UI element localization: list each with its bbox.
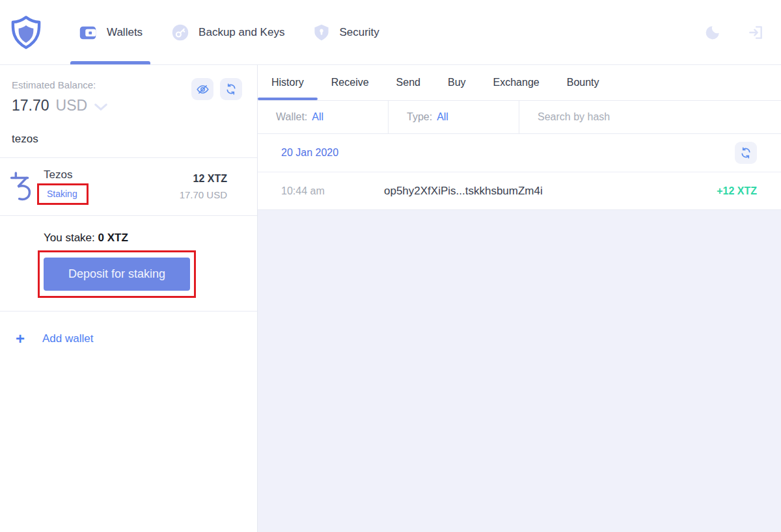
refresh-icon bbox=[225, 83, 238, 96]
tezos-logo-icon bbox=[9, 172, 33, 202]
nav-item-security[interactable]: Security bbox=[305, 0, 387, 64]
staking-link[interactable]: Staking bbox=[47, 189, 77, 199]
content-area: Estimated Balance: 17.70 USD bbox=[0, 65, 781, 532]
history-date-header: 20 Jan 2020 bbox=[258, 134, 781, 172]
transaction-time: 10:44 am bbox=[281, 185, 384, 197]
tab-receive[interactable]: Receive bbox=[318, 65, 383, 100]
you-stake-label: You stake: bbox=[44, 232, 95, 244]
tab-exchange[interactable]: Exchange bbox=[480, 65, 553, 100]
staking-section: You stake: 0 XTZ Deposit for staking bbox=[0, 216, 257, 312]
wallet-search-input[interactable] bbox=[12, 133, 245, 146]
wallet-icon bbox=[78, 23, 98, 42]
main-tabs: History Receive Send Buy Exchange Bounty bbox=[258, 65, 781, 101]
wallet-search-section bbox=[0, 126, 257, 158]
eye-off-icon bbox=[196, 83, 210, 96]
annotation-box-deposit: Deposit for staking bbox=[38, 250, 196, 298]
nav-item-wallets[interactable]: Wallets bbox=[70, 0, 150, 64]
active-tab-underline bbox=[258, 98, 318, 100]
balance-currency[interactable]: USD bbox=[56, 97, 88, 114]
balance-section: Estimated Balance: 17.70 USD bbox=[0, 65, 257, 126]
refresh-history-button[interactable] bbox=[735, 142, 757, 164]
transaction-date: 20 Jan 2020 bbox=[281, 147, 338, 159]
refresh-balance-button[interactable] bbox=[220, 78, 242, 100]
type-filter-value: All bbox=[437, 111, 448, 123]
nav-label-backup-keys: Backup and Keys bbox=[199, 26, 284, 39]
shield-lock-icon bbox=[313, 23, 330, 42]
refresh-icon bbox=[739, 146, 752, 159]
transaction-amount: +12 XTZ bbox=[717, 185, 757, 197]
wallet-list-item-tezos[interactable]: Tezos Staking 12 XTZ 17.70 USD bbox=[0, 158, 257, 216]
wallet-fiat-amount: 17.70 USD bbox=[180, 189, 227, 200]
tab-buy[interactable]: Buy bbox=[434, 65, 480, 100]
header-actions bbox=[704, 24, 764, 41]
wallet-crypto-amount: 12 XTZ bbox=[180, 173, 227, 185]
add-wallet-button[interactable]: + Add wallet bbox=[0, 312, 257, 345]
app-logo-shield-icon bbox=[8, 13, 44, 52]
annotation-box-staking: Staking bbox=[37, 183, 89, 205]
nav-item-backup-keys[interactable]: Backup and Keys bbox=[163, 0, 292, 64]
hide-balance-button[interactable] bbox=[191, 78, 213, 100]
main-panel: History Receive Send Buy Exchange Bounty bbox=[258, 65, 781, 532]
dark-mode-moon-icon[interactable] bbox=[704, 24, 721, 41]
balance-amount: 17.70 bbox=[12, 97, 49, 114]
you-stake-value: 0 XTZ bbox=[98, 232, 128, 244]
history-empty-area bbox=[258, 210, 781, 532]
search-by-hash-input[interactable] bbox=[538, 111, 757, 123]
active-tab-underline bbox=[70, 61, 150, 64]
add-wallet-label: Add wallet bbox=[42, 332, 93, 345]
nav-label-security: Security bbox=[339, 26, 379, 39]
wallet-filter-dropdown[interactable]: Wallet: All bbox=[258, 101, 389, 133]
wallet-sidebar: Estimated Balance: 17.70 USD bbox=[0, 65, 258, 532]
transaction-row[interactable]: 10:44 am op5hy2XfXiPis...tskkhsbumZm4i +… bbox=[258, 172, 781, 210]
wallet-filter-value: All bbox=[312, 111, 323, 123]
plus-icon: + bbox=[16, 332, 25, 345]
deposit-for-staking-button[interactable]: Deposit for staking bbox=[44, 258, 190, 291]
app-header: Wallets Backup and Keys Security bbox=[0, 0, 781, 65]
logout-icon[interactable] bbox=[747, 24, 764, 41]
type-filter-label: Type: bbox=[407, 111, 432, 123]
key-icon bbox=[171, 23, 189, 42]
nav-label-wallets: Wallets bbox=[107, 26, 143, 39]
history-filter-bar: Wallet: All Type: All bbox=[258, 101, 781, 134]
wallet-filter-label: Wallet: bbox=[276, 111, 307, 123]
tab-send[interactable]: Send bbox=[383, 65, 434, 100]
transaction-hash: op5hy2XfXiPis...tskkhsbumZm4i bbox=[384, 185, 543, 198]
wallet-name: Tezos bbox=[44, 168, 89, 181]
tab-history[interactable]: History bbox=[258, 65, 318, 100]
tab-bounty[interactable]: Bounty bbox=[553, 65, 613, 100]
type-filter-dropdown[interactable]: Type: All bbox=[389, 101, 519, 133]
chevron-down-icon[interactable] bbox=[94, 103, 108, 111]
main-nav: Wallets Backup and Keys Security bbox=[70, 0, 400, 64]
